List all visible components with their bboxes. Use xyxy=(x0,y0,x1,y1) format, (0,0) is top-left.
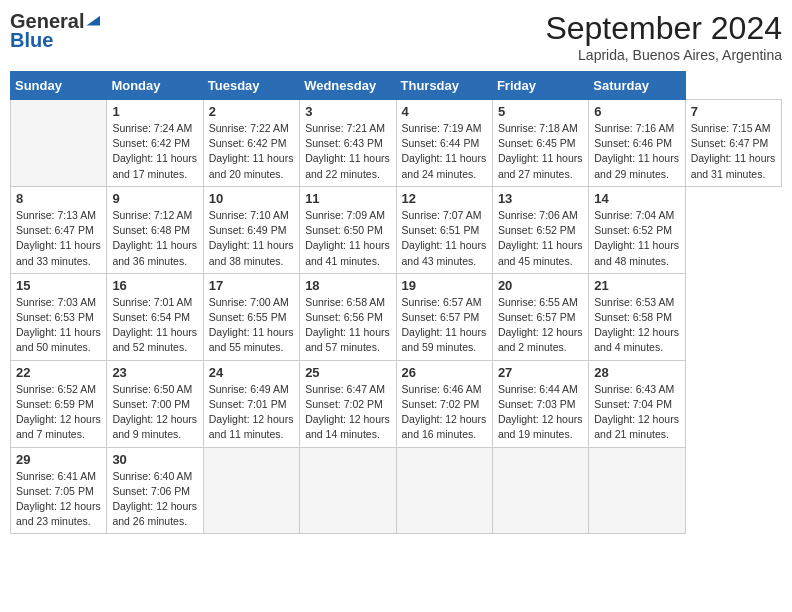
day-number: 16 xyxy=(112,278,197,293)
day-info: Sunrise: 7:22 AMSunset: 6:42 PMDaylight:… xyxy=(209,121,294,182)
day-info: Sunrise: 6:55 AMSunset: 6:57 PMDaylight:… xyxy=(498,295,583,356)
day-info: Sunrise: 6:40 AMSunset: 7:06 PMDaylight:… xyxy=(112,469,197,530)
day-info: Sunrise: 7:19 AMSunset: 6:44 PMDaylight:… xyxy=(402,121,487,182)
day-number: 3 xyxy=(305,104,390,119)
calendar-cell xyxy=(300,447,396,534)
day-number: 4 xyxy=(402,104,487,119)
day-info: Sunrise: 7:10 AMSunset: 6:49 PMDaylight:… xyxy=(209,208,294,269)
week-row: 8Sunrise: 7:13 AMSunset: 6:47 PMDaylight… xyxy=(11,186,782,273)
calendar-cell xyxy=(589,447,685,534)
calendar-cell xyxy=(396,447,492,534)
week-row: 29Sunrise: 6:41 AMSunset: 7:05 PMDayligh… xyxy=(11,447,782,534)
week-row: 22Sunrise: 6:52 AMSunset: 6:59 PMDayligh… xyxy=(11,360,782,447)
day-number: 12 xyxy=(402,191,487,206)
day-number: 8 xyxy=(16,191,101,206)
calendar-cell: 7Sunrise: 7:15 AMSunset: 6:47 PMDaylight… xyxy=(685,100,781,187)
page-header: General Blue September 2024 Laprida, Bue… xyxy=(10,10,782,63)
day-info: Sunrise: 7:12 AMSunset: 6:48 PMDaylight:… xyxy=(112,208,197,269)
day-number: 7 xyxy=(691,104,776,119)
calendar-cell: 25Sunrise: 6:47 AMSunset: 7:02 PMDayligh… xyxy=(300,360,396,447)
day-number: 19 xyxy=(402,278,487,293)
day-info: Sunrise: 6:58 AMSunset: 6:56 PMDaylight:… xyxy=(305,295,390,356)
header-wednesday: Wednesday xyxy=(300,72,396,100)
day-info: Sunrise: 6:44 AMSunset: 7:03 PMDaylight:… xyxy=(498,382,583,443)
day-info: Sunrise: 6:49 AMSunset: 7:01 PMDaylight:… xyxy=(209,382,294,443)
day-info: Sunrise: 6:53 AMSunset: 6:58 PMDaylight:… xyxy=(594,295,679,356)
calendar-cell: 19Sunrise: 6:57 AMSunset: 6:57 PMDayligh… xyxy=(396,273,492,360)
calendar-cell: 16Sunrise: 7:01 AMSunset: 6:54 PMDayligh… xyxy=(107,273,203,360)
calendar-cell: 4Sunrise: 7:19 AMSunset: 6:44 PMDaylight… xyxy=(396,100,492,187)
day-number: 28 xyxy=(594,365,679,380)
header-row: SundayMondayTuesdayWednesdayThursdayFrid… xyxy=(11,72,782,100)
calendar-cell: 28Sunrise: 6:43 AMSunset: 7:04 PMDayligh… xyxy=(589,360,685,447)
day-number: 1 xyxy=(112,104,197,119)
calendar-cell: 27Sunrise: 6:44 AMSunset: 7:03 PMDayligh… xyxy=(492,360,588,447)
day-info: Sunrise: 6:52 AMSunset: 6:59 PMDaylight:… xyxy=(16,382,101,443)
day-info: Sunrise: 7:18 AMSunset: 6:45 PMDaylight:… xyxy=(498,121,583,182)
day-info: Sunrise: 7:07 AMSunset: 6:51 PMDaylight:… xyxy=(402,208,487,269)
header-friday: Friday xyxy=(492,72,588,100)
day-number: 18 xyxy=(305,278,390,293)
day-number: 23 xyxy=(112,365,197,380)
logo: General Blue xyxy=(10,10,100,52)
calendar-cell: 9Sunrise: 7:12 AMSunset: 6:48 PMDaylight… xyxy=(107,186,203,273)
day-info: Sunrise: 7:24 AMSunset: 6:42 PMDaylight:… xyxy=(112,121,197,182)
header-monday: Monday xyxy=(107,72,203,100)
day-number: 26 xyxy=(402,365,487,380)
calendar-cell xyxy=(11,100,107,187)
calendar-cell: 20Sunrise: 6:55 AMSunset: 6:57 PMDayligh… xyxy=(492,273,588,360)
day-number: 20 xyxy=(498,278,583,293)
calendar-cell: 24Sunrise: 6:49 AMSunset: 7:01 PMDayligh… xyxy=(203,360,299,447)
day-number: 6 xyxy=(594,104,679,119)
calendar-cell: 11Sunrise: 7:09 AMSunset: 6:50 PMDayligh… xyxy=(300,186,396,273)
calendar-cell: 22Sunrise: 6:52 AMSunset: 6:59 PMDayligh… xyxy=(11,360,107,447)
day-info: Sunrise: 7:03 AMSunset: 6:53 PMDaylight:… xyxy=(16,295,101,356)
day-number: 25 xyxy=(305,365,390,380)
logo-wing-icon xyxy=(86,16,100,26)
day-info: Sunrise: 6:41 AMSunset: 7:05 PMDaylight:… xyxy=(16,469,101,530)
day-number: 22 xyxy=(16,365,101,380)
day-number: 2 xyxy=(209,104,294,119)
day-info: Sunrise: 6:43 AMSunset: 7:04 PMDaylight:… xyxy=(594,382,679,443)
calendar-cell: 29Sunrise: 6:41 AMSunset: 7:05 PMDayligh… xyxy=(11,447,107,534)
day-number: 17 xyxy=(209,278,294,293)
calendar-cell: 1Sunrise: 7:24 AMSunset: 6:42 PMDaylight… xyxy=(107,100,203,187)
day-info: Sunrise: 6:57 AMSunset: 6:57 PMDaylight:… xyxy=(402,295,487,356)
calendar-cell: 6Sunrise: 7:16 AMSunset: 6:46 PMDaylight… xyxy=(589,100,685,187)
day-number: 14 xyxy=(594,191,679,206)
day-number: 13 xyxy=(498,191,583,206)
calendar-cell: 15Sunrise: 7:03 AMSunset: 6:53 PMDayligh… xyxy=(11,273,107,360)
header-tuesday: Tuesday xyxy=(203,72,299,100)
day-info: Sunrise: 7:21 AMSunset: 6:43 PMDaylight:… xyxy=(305,121,390,182)
day-number: 21 xyxy=(594,278,679,293)
calendar-cell: 2Sunrise: 7:22 AMSunset: 6:42 PMDaylight… xyxy=(203,100,299,187)
day-number: 11 xyxy=(305,191,390,206)
calendar-cell: 30Sunrise: 6:40 AMSunset: 7:06 PMDayligh… xyxy=(107,447,203,534)
day-number: 27 xyxy=(498,365,583,380)
header-saturday: Saturday xyxy=(589,72,685,100)
header-thursday: Thursday xyxy=(396,72,492,100)
day-info: Sunrise: 7:00 AMSunset: 6:55 PMDaylight:… xyxy=(209,295,294,356)
day-info: Sunrise: 7:16 AMSunset: 6:46 PMDaylight:… xyxy=(594,121,679,182)
day-number: 30 xyxy=(112,452,197,467)
title-area: September 2024 Laprida, Buenos Aires, Ar… xyxy=(545,10,782,63)
calendar-cell: 26Sunrise: 6:46 AMSunset: 7:02 PMDayligh… xyxy=(396,360,492,447)
day-number: 10 xyxy=(209,191,294,206)
location: Laprida, Buenos Aires, Argentina xyxy=(545,47,782,63)
calendar-cell: 21Sunrise: 6:53 AMSunset: 6:58 PMDayligh… xyxy=(589,273,685,360)
calendar-cell: 18Sunrise: 6:58 AMSunset: 6:56 PMDayligh… xyxy=(300,273,396,360)
day-info: Sunrise: 7:04 AMSunset: 6:52 PMDaylight:… xyxy=(594,208,679,269)
day-number: 24 xyxy=(209,365,294,380)
month-title: September 2024 xyxy=(545,10,782,47)
day-info: Sunrise: 6:46 AMSunset: 7:02 PMDaylight:… xyxy=(402,382,487,443)
day-info: Sunrise: 6:50 AMSunset: 7:00 PMDaylight:… xyxy=(112,382,197,443)
calendar-cell xyxy=(492,447,588,534)
calendar-cell: 13Sunrise: 7:06 AMSunset: 6:52 PMDayligh… xyxy=(492,186,588,273)
calendar-cell: 8Sunrise: 7:13 AMSunset: 6:47 PMDaylight… xyxy=(11,186,107,273)
logo-blue: Blue xyxy=(10,29,53,52)
calendar-cell: 23Sunrise: 6:50 AMSunset: 7:00 PMDayligh… xyxy=(107,360,203,447)
week-row: 1Sunrise: 7:24 AMSunset: 6:42 PMDaylight… xyxy=(11,100,782,187)
day-info: Sunrise: 7:09 AMSunset: 6:50 PMDaylight:… xyxy=(305,208,390,269)
day-info: Sunrise: 7:15 AMSunset: 6:47 PMDaylight:… xyxy=(691,121,776,182)
day-info: Sunrise: 7:13 AMSunset: 6:47 PMDaylight:… xyxy=(16,208,101,269)
